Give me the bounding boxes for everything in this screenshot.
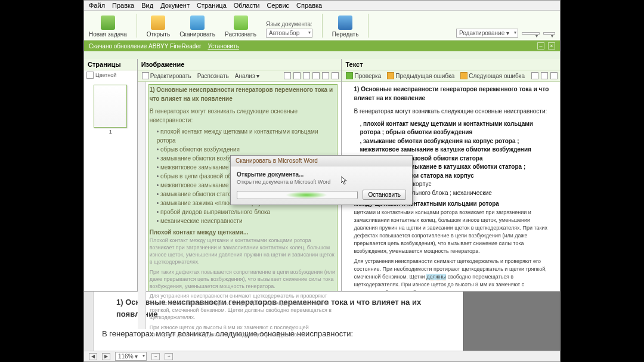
notify-min-button[interactable]: – [537,42,544,49]
next-error-icon [460,72,467,79]
menu-document[interactable]: Документ [160,2,190,9]
scan-label: Сканировать [179,31,215,38]
font-combo[interactable] [522,32,540,35]
mode-combo[interactable]: Редактирование ▾ [456,29,518,38]
txt-bullet: , замыкание обмотки возбуждения на корпу… [360,137,554,154]
img-recognize-button[interactable]: Распознать [196,72,231,80]
lang-combo[interactable]: Автовыбор [266,29,312,38]
ruler [138,82,146,329]
prev-error-icon [387,72,394,79]
area-tool-4-icon[interactable] [312,72,320,79]
img-bullet: обрыв обмотки возбуждения [157,145,336,154]
check-icon [346,72,353,79]
scan-icon [190,16,205,30]
send-button[interactable]: Передать [332,16,359,38]
progress-dialog: Сканировать в Microsoft Word Открытие до… [230,155,413,205]
dialog-status-line1: Открытие документа... [237,171,406,178]
pencil-icon [142,72,149,79]
preview-heading-num: 1) [116,298,123,307]
app-status-bar: ◀ ▶ 116% ▾ − + [84,351,560,361]
toolbar-divider-2 [322,14,323,38]
txt-intro: В генераторах могут возникать следующие … [354,107,554,116]
open-button[interactable]: Открыть [147,16,170,38]
toolbar-divider [137,14,137,38]
txt-bullet: , плохой контакт между щетками и контакт… [360,120,554,137]
pages-view-mode[interactable]: Цветной [95,72,116,78]
scan-button[interactable]: Сканировать [179,16,215,38]
area-tool-1-icon[interactable] [284,72,291,79]
img-bullet: плохой контакт между щетками и контактны… [157,127,336,145]
img-edit-button[interactable]: Редактировать [140,72,193,80]
open-label: Открыть [147,31,170,38]
img-bullet: механические неисправности [157,216,336,225]
img-heading: Основные неисправности генераторов перем… [150,86,333,102]
menu-areas[interactable]: Области [234,2,260,9]
txt-tool-3-icon[interactable] [550,72,558,79]
area-tool-2-icon[interactable] [293,72,301,79]
area-tool-6-icon[interactable] [332,72,339,79]
install-link[interactable]: Установить [208,43,239,49]
pages-header: Страницы [84,59,137,70]
img-faded-para: При износе щеток до высоты 8 мм их замен… [150,324,336,338]
img-analyze-button[interactable]: Анализ ▾ [233,72,262,80]
text-toolbar: Проверка Предыдущая ошибка Следующая оши… [342,70,560,82]
status-zoom-out-button[interactable]: − [151,353,160,360]
progress-bar [237,191,358,199]
page-thumbnail[interactable] [94,85,127,128]
thumbnails-icon[interactable] [86,72,94,79]
menu-view[interactable]: Вид [141,2,153,9]
image-viewport[interactable]: 1) Основные неисправности генераторов пе… [138,82,342,339]
status-zoom-in-button[interactable]: + [165,353,173,360]
new-task-label: Новая задача [89,31,127,38]
check-button[interactable]: Проверка [344,72,383,80]
progress-indicator [286,191,327,199]
word-icon [338,16,352,30]
text-panel-title: Текст [345,61,363,68]
cursor-icon [341,177,347,185]
new-task-button[interactable]: Новая задача [89,16,127,38]
img-intro: В генераторах могут возникать следующие … [150,107,336,125]
menu-page[interactable]: Страница [197,2,227,9]
recognize-icon [234,16,248,30]
open-icon [151,16,165,30]
prev-error-button[interactable]: Предыдущая ошибка [385,72,456,80]
txt-tool-1-icon[interactable] [531,72,538,79]
cancel-button[interactable]: Остановить [363,190,406,200]
recognize-button[interactable]: Распознать [225,16,256,38]
txt-tool-2-icon[interactable] [541,72,548,79]
main-toolbar: Новая задача Открыть Сканировать Распозн… [84,11,560,41]
img-sub-heading: Плохой контакт между щетками... [150,228,336,237]
menu-file[interactable]: Файл [89,2,105,9]
txt-heading-num: 1) [354,86,359,92]
area-tool-3-icon[interactable] [303,72,310,79]
txt-heading: Основные неисправности генераторов перем… [354,86,549,101]
menu-help[interactable]: Справка [296,2,322,9]
image-panel-title: Изображение [141,61,185,68]
image-toolbar: Редактировать Распознать Анализ ▾ [138,70,342,82]
menu-edit[interactable]: Правка [112,2,134,9]
dialog-status-line2: Открытие документа в Microsoft Word [237,179,406,185]
lang-label: Язык документа: [266,21,312,27]
img-faded-para: Плохой контакт между щетками и контактны… [150,237,336,266]
status-zoom-combo[interactable]: 116% ▾ [115,352,147,361]
dialog-title: Сканировать в Microsoft Word [231,156,412,166]
menu-bar: Файл Правка Вид Документ Страница Област… [84,1,560,11]
update-text: Скачано обновление ABBYY FineReader [89,43,201,49]
toolbar-divider-3 [368,14,369,38]
new-task-icon [101,16,115,30]
recognize-label: Распознать [225,31,256,38]
img-heading-num: 1) [150,86,155,93]
menu-service[interactable]: Сервис [267,2,289,9]
status-prev-button[interactable]: ◀ [89,353,97,360]
txt-para-1: щетками и контактными кольцами ротора во… [354,209,554,255]
send-label: Передать [332,31,359,38]
status-next-button[interactable]: ▶ [102,353,110,360]
size-combo[interactable] [543,32,555,35]
notify-close-button[interactable]: × [548,42,555,49]
highlighted-word: должны [426,274,446,280]
area-tool-5-icon[interactable] [322,72,329,79]
img-faded-para: Для устранения неисправности снимают щет… [150,292,336,321]
next-error-button[interactable]: Следующая ошибка [459,72,527,80]
page-number: 1 [84,129,137,135]
update-notification-bar: Скачано обновление ABBYY FineReader Уста… [84,41,560,51]
